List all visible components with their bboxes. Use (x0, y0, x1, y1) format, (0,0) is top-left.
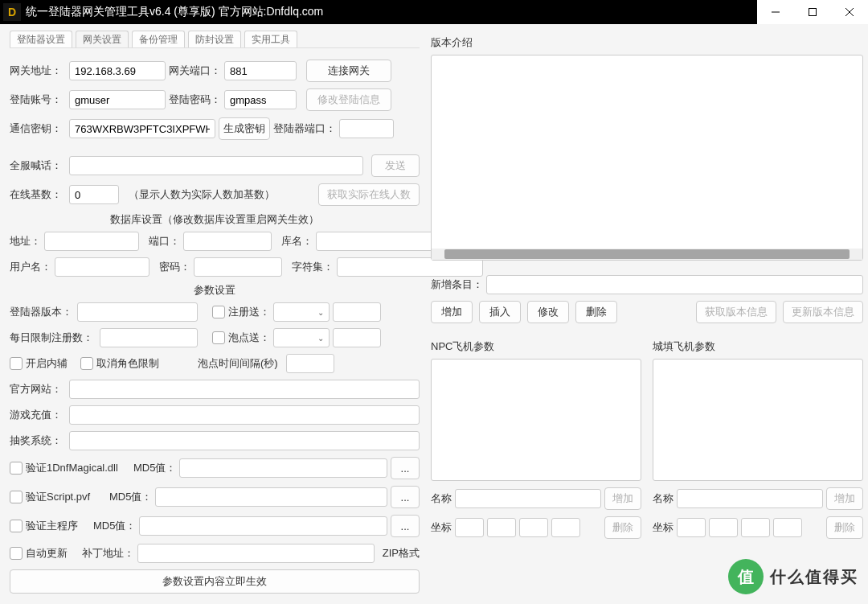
lottery-label: 抽奖系统： (10, 433, 66, 448)
genkey-button[interactable]: 生成密钥 (219, 117, 270, 140)
city-coord-4[interactable] (773, 518, 802, 537)
app-logo: D (3, 3, 21, 21)
gateway-port-label: 网关端口： (169, 64, 221, 78)
send-button[interactable]: 发送 (371, 154, 420, 177)
bubble-bonus-label: 泡点送： (228, 331, 270, 345)
apply-params-button[interactable]: 参数设置内容立即生效 (10, 569, 420, 594)
city-name-input[interactable] (677, 489, 823, 508)
version-input[interactable] (77, 302, 198, 322)
official-site-label: 官方网站： (10, 382, 66, 397)
city-del-button[interactable]: 删除 (826, 516, 863, 539)
db-user-input[interactable] (55, 257, 149, 277)
verify-pvf-checkbox[interactable] (10, 491, 23, 503)
reg-bonus-checkbox[interactable] (212, 306, 225, 318)
login-pass-input[interactable] (224, 90, 297, 109)
db-port-input[interactable] (183, 232, 272, 251)
reg-bonus-label: 注册送： (228, 305, 270, 319)
gateway-port-input[interactable] (224, 61, 297, 80)
verify-pvf-md5-input[interactable] (155, 487, 387, 507)
db-name-label: 库名： (281, 234, 313, 249)
npc-coord-3[interactable] (519, 518, 548, 537)
bubble-bonus-input[interactable] (333, 328, 381, 347)
auto-update-label: 自动更新 (26, 546, 68, 561)
login-user-input[interactable] (69, 90, 166, 109)
db-user-label: 用户名： (10, 260, 51, 274)
loginport-input[interactable] (339, 119, 394, 138)
city-add-button[interactable]: 增加 (826, 487, 863, 510)
broadcast-input[interactable] (69, 156, 363, 175)
version-textarea[interactable] (431, 55, 863, 261)
update-version-info-button[interactable]: 更新版本信息 (783, 301, 863, 323)
city-coord-2[interactable] (709, 518, 738, 537)
chevron-down-icon: ⌄ (317, 334, 324, 343)
enable-aid-checkbox[interactable] (10, 357, 23, 370)
delete-button[interactable]: 删除 (575, 301, 617, 323)
bubble-interval-label: 泡点时间间隔(秒) (198, 356, 278, 371)
verify-main-md5-input[interactable] (139, 516, 387, 536)
bubble-bonus-select[interactable]: ⌄ (273, 328, 330, 347)
city-panel-title: 城填飞机参数 (653, 339, 863, 354)
modify-login-button[interactable]: 修改登陆信息 (306, 88, 391, 111)
new-item-label: 新增条目： (431, 277, 483, 292)
auto-update-checkbox[interactable] (10, 547, 23, 560)
login-user-label: 登陆账号： (10, 92, 66, 107)
insert-button[interactable]: 插入 (479, 301, 521, 323)
city-list[interactable] (653, 359, 863, 481)
watermark: 值 什么值得买 (728, 559, 858, 594)
scrollbar-horizontal[interactable] (432, 249, 862, 260)
login-pass-label: 登陆密码： (169, 92, 221, 107)
city-coord-1[interactable] (677, 518, 706, 537)
patch-addr-input[interactable] (137, 544, 375, 563)
tab-gateway-settings[interactable]: 网关设置 (76, 31, 129, 47)
cancel-role-limit-label: 取消角色限制 (96, 356, 159, 371)
reg-bonus-input[interactable] (333, 302, 381, 322)
npc-add-button[interactable]: 增加 (604, 487, 641, 510)
verify-pvf-label: 验证Script.pvf (26, 490, 106, 504)
npc-list[interactable] (431, 359, 641, 481)
npc-del-button[interactable]: 删除 (604, 516, 641, 539)
verify-dll-browse-button[interactable]: ... (391, 457, 420, 479)
verify-dll-md5-input[interactable] (179, 458, 387, 478)
npc-name-input[interactable] (455, 489, 601, 508)
npc-coord-1[interactable] (455, 518, 484, 537)
gateway-addr-input[interactable] (69, 61, 166, 80)
reg-bonus-select[interactable]: ⌄ (273, 302, 330, 322)
new-item-input[interactable] (486, 275, 863, 294)
verify-main-md5-label: MD5值： (93, 519, 136, 533)
verify-main-checkbox[interactable] (10, 520, 23, 532)
game-recharge-input[interactable] (69, 405, 420, 425)
svg-rect-1 (809, 9, 817, 16)
db-pass-input[interactable] (194, 257, 282, 277)
tab-login-settings[interactable]: 登陆器设置 (10, 31, 72, 47)
get-online-button[interactable]: 获取实际在线人数 (318, 183, 420, 206)
verify-main-browse-button[interactable]: ... (391, 515, 420, 537)
daily-reg-input[interactable] (100, 328, 198, 347)
verify-dll-checkbox[interactable] (10, 462, 23, 475)
version-label: 登陆器版本： (10, 305, 74, 319)
edit-button[interactable]: 修改 (527, 301, 569, 323)
commkey-input[interactable] (69, 119, 215, 138)
onlinebase-input[interactable] (69, 185, 119, 204)
npc-coord-2[interactable] (487, 518, 516, 537)
minimize-button[interactable] (757, 0, 794, 24)
connect-gateway-button[interactable]: 连接网关 (306, 60, 391, 82)
official-site-input[interactable] (69, 380, 420, 399)
verify-pvf-browse-button[interactable]: ... (391, 486, 420, 508)
add-button[interactable]: 增加 (431, 301, 473, 323)
db-addr-input[interactable] (44, 232, 139, 251)
tab-antiban[interactable]: 防封设置 (188, 31, 241, 47)
watermark-text: 什么值得买 (770, 566, 858, 588)
enable-aid-label: 开启内辅 (26, 356, 68, 371)
city-coord-3[interactable] (741, 518, 770, 537)
npc-name-label: 名称 (431, 491, 452, 506)
bubble-interval-input[interactable] (286, 354, 334, 373)
npc-coord-4[interactable] (551, 518, 580, 537)
bubble-bonus-checkbox[interactable] (212, 331, 225, 344)
tab-backup[interactable]: 备份管理 (132, 31, 185, 47)
tab-tools[interactable]: 实用工具 (244, 31, 297, 47)
close-button[interactable] (831, 0, 868, 24)
get-version-info-button[interactable]: 获取版本信息 (696, 301, 776, 323)
cancel-role-limit-checkbox[interactable] (80, 357, 93, 370)
lottery-input[interactable] (69, 431, 420, 450)
maximize-button[interactable] (794, 0, 831, 24)
